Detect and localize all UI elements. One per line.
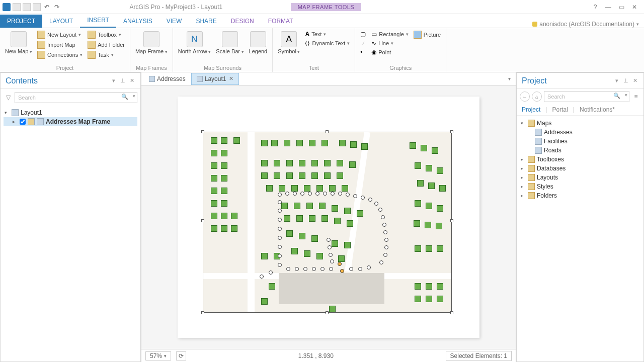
- quick-open-icon[interactable]: [22, 3, 31, 12]
- north-arrow-button[interactable]: N North Arrow: [177, 30, 212, 56]
- proj-map-roads[interactable]: Roads: [521, 146, 639, 155]
- group-label-project: Project: [4, 64, 126, 72]
- tree-label: Addresses Map Frame: [46, 118, 110, 125]
- point-button[interactable]: ◉Point: [370, 48, 410, 56]
- add-folder-button[interactable]: Add Folder: [87, 40, 126, 49]
- panel-close-icon[interactable]: ✕: [631, 77, 638, 84]
- contextual-tab-label: MAP FRAME TOOLS: [291, 3, 362, 11]
- layout-page[interactable]: [178, 97, 479, 338]
- map-frame[interactable]: [203, 132, 452, 313]
- panel-close-icon[interactable]: ✕: [128, 77, 135, 84]
- tab-close-icon[interactable]: ✕: [229, 75, 233, 82]
- tab-analysis[interactable]: ANALYSIS: [116, 15, 159, 28]
- close-button[interactable]: ✕: [630, 3, 639, 12]
- panel-dropdown-icon[interactable]: ▾: [613, 77, 620, 84]
- new-layout-button[interactable]: New Layout: [36, 30, 84, 39]
- new-map-button[interactable]: New Map: [4, 30, 33, 56]
- tab-view[interactable]: VIEW: [159, 15, 189, 28]
- titlebar: ↶ ↷ ArcGIS Pro - MyProject3 - Layout1 MA…: [0, 0, 644, 14]
- ribbon-group-text: A Symbol AText ⟨⟩Dynamic Text Text: [273, 28, 355, 72]
- proj-node-folders[interactable]: ▸Folders: [521, 191, 639, 200]
- search-icon[interactable]: 🔍: [613, 93, 620, 99]
- signin-label[interactable]: anonisdoc (ArcGIS Documentation) ▾: [532, 21, 644, 28]
- north-arrow-icon: N: [187, 31, 203, 47]
- ribbon-tabs: PROJECT LAYOUT INSERT ANALYSIS VIEW SHAR…: [0, 14, 644, 28]
- ribbon-group-map-frames: Map Frame Map Frames: [130, 28, 173, 72]
- map-icon: [535, 129, 542, 136]
- new-map-icon: [11, 31, 27, 47]
- import-map-button[interactable]: Import Map: [36, 40, 84, 49]
- tree-row-map-frame[interactable]: ▸ Addresses Map Frame: [4, 117, 137, 126]
- maximize-button[interactable]: ▭: [617, 3, 626, 12]
- quick-print-icon[interactable]: [32, 3, 41, 12]
- tab-format[interactable]: FORMAT: [261, 15, 300, 28]
- scale-bar-icon: [222, 31, 238, 47]
- filter-icon[interactable]: ▽: [4, 93, 13, 102]
- tab-project[interactable]: PROJECT: [0, 15, 42, 28]
- contents-search-input[interactable]: [15, 92, 137, 103]
- view-tab-layout[interactable]: Layout1 ✕: [191, 73, 239, 85]
- proj-map-facilities[interactable]: Facilities: [521, 137, 639, 146]
- proj-map-addresses[interactable]: Addresses: [521, 128, 639, 137]
- connections-button[interactable]: Connections: [36, 50, 84, 59]
- rectangle-button[interactable]: ▭Rectangle: [370, 30, 410, 38]
- view-tab-addresses[interactable]: Addresses: [143, 73, 191, 85]
- symbol-button[interactable]: A Symbol: [277, 30, 301, 56]
- search-dropdown-icon[interactable]: ▾: [133, 94, 135, 99]
- proj-tab-project[interactable]: Project: [522, 106, 540, 113]
- proj-node-layouts[interactable]: ▸Layouts: [521, 173, 639, 182]
- hamburger-icon[interactable]: ≡: [631, 93, 640, 100]
- ribbon-group-graphics: ▢ ⟋ • ▭Rectangle ∿Line ◉Point Picture Gr…: [355, 28, 446, 72]
- ribbon-body: New Map New Layout Import Map Connection…: [0, 28, 644, 72]
- panel-pin-icon[interactable]: ⊥: [119, 77, 126, 84]
- minimize-button[interactable]: —: [604, 3, 613, 12]
- redo-icon[interactable]: ↷: [52, 3, 61, 12]
- tab-layout[interactable]: LAYOUT: [42, 15, 80, 28]
- legend-icon: [250, 31, 266, 47]
- panel-pin-icon[interactable]: ⊥: [622, 77, 629, 84]
- tree-row-layout[interactable]: ▾ Layout1: [4, 108, 137, 117]
- zoom-control[interactable]: 57%▾: [145, 351, 171, 360]
- text-button[interactable]: AText: [304, 30, 351, 38]
- panel-dropdown-icon[interactable]: ▾: [110, 77, 117, 84]
- picture-button[interactable]: Picture: [413, 30, 442, 39]
- collapse-icon[interactable]: ▾: [5, 110, 10, 115]
- nav-back-button[interactable]: ←: [520, 92, 530, 102]
- legend-button[interactable]: Legend: [248, 30, 269, 55]
- tab-design[interactable]: DESIGN: [224, 15, 261, 28]
- refresh-button[interactable]: ⟳: [176, 351, 186, 360]
- shape-line-button[interactable]: ⟋: [359, 39, 367, 47]
- status-bar: 57%▾ ⟳ 1.351 , 8.930 Selected Elements: …: [141, 349, 516, 362]
- help-button[interactable]: ?: [591, 3, 600, 12]
- contents-panel: Contents ▾ ⊥ ✕ ▽ 🔍 ▾ ▾ Layout1 ▸: [0, 72, 141, 362]
- line-button[interactable]: ∿Line: [370, 39, 410, 47]
- proj-tab-notifications[interactable]: Notifications*: [580, 106, 615, 113]
- proj-node-styles[interactable]: ▸Styles: [521, 182, 639, 191]
- shape-point-button[interactable]: •: [359, 48, 367, 56]
- map-canvas[interactable]: [141, 85, 516, 349]
- expand-icon[interactable]: ▸: [13, 119, 18, 124]
- ribbon-group-project: New Map New Layout Import Map Connection…: [0, 28, 130, 72]
- proj-tab-portal[interactable]: Portal: [552, 106, 568, 113]
- view-tabs-menu[interactable]: ▾: [505, 76, 514, 81]
- proj-node-toolboxes[interactable]: ▸Toolboxes: [521, 155, 639, 164]
- layout-icon: [12, 109, 19, 116]
- nav-home-button[interactable]: ⌂: [532, 92, 542, 102]
- proj-node-maps[interactable]: ▾Maps: [521, 119, 639, 128]
- tab-insert[interactable]: INSERT: [80, 14, 116, 28]
- dynamic-text-button[interactable]: ⟨⟩Dynamic Text: [304, 39, 351, 47]
- tab-share[interactable]: SHARE: [189, 15, 223, 28]
- search-dropdown-icon[interactable]: ▾: [625, 93, 627, 98]
- toolbox-button[interactable]: Toolbox: [87, 30, 126, 39]
- shape-rect-button[interactable]: ▢: [359, 30, 367, 38]
- quick-save-icon[interactable]: [12, 3, 21, 12]
- map-icon: [149, 76, 155, 82]
- scale-bar-button[interactable]: Scale Bar: [215, 30, 245, 56]
- task-button[interactable]: Task: [87, 50, 126, 59]
- search-icon[interactable]: 🔍: [121, 94, 128, 100]
- proj-node-databases[interactable]: ▸Databases: [521, 164, 639, 173]
- map-frame-button[interactable]: Map Frame: [134, 30, 169, 56]
- group-label-map-frames: Map Frames: [134, 64, 169, 72]
- undo-icon[interactable]: ↶: [42, 3, 51, 12]
- visibility-checkbox[interactable]: [20, 119, 26, 125]
